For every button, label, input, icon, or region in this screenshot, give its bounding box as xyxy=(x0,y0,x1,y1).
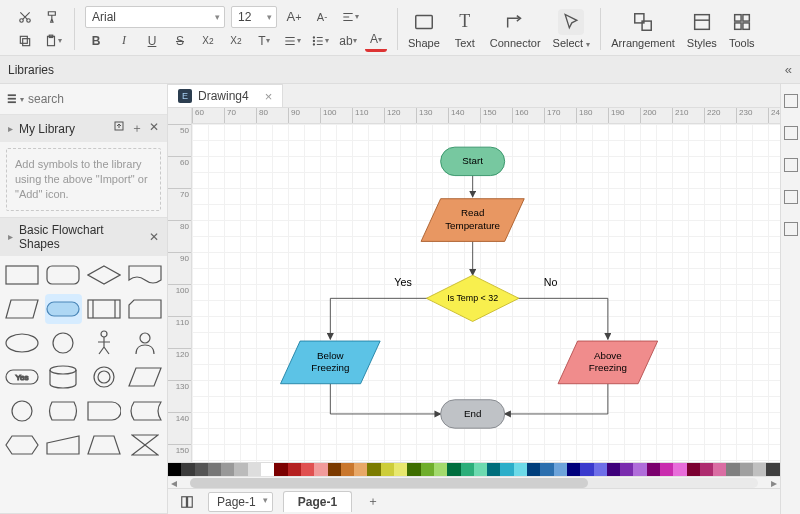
shape-diamond[interactable] xyxy=(86,260,123,290)
shapes-header[interactable]: ▸ Basic Flowchart Shapes ✕ xyxy=(0,218,167,256)
color-swatch[interactable] xyxy=(567,463,580,476)
node-decision[interactable]: Is Temp < 32 xyxy=(426,275,519,321)
color-swatch[interactable] xyxy=(195,463,208,476)
color-swatch[interactable] xyxy=(181,463,194,476)
close-shapes-icon[interactable]: ✕ xyxy=(149,230,159,244)
add-page-icon[interactable]: ＋ xyxy=(362,491,384,513)
font-size-select[interactable]: 12▾ xyxy=(231,6,277,28)
color-swatch[interactable] xyxy=(660,463,673,476)
bullets-icon[interactable]: ▾ xyxy=(309,30,331,52)
format-painter-icon[interactable] xyxy=(42,6,64,28)
shape-inputoutput[interactable] xyxy=(126,362,163,392)
library-menu-icon[interactable]: ▾ xyxy=(6,88,24,110)
increase-font-icon[interactable]: A+ xyxy=(283,6,305,28)
color-swatch[interactable] xyxy=(434,463,447,476)
select-tool[interactable]: Select ▾ xyxy=(547,4,597,53)
page-tab[interactable]: Page-1 xyxy=(283,491,352,512)
color-swatch[interactable] xyxy=(766,463,779,476)
color-swatch[interactable] xyxy=(687,463,700,476)
node-below[interactable]: Below Freezing xyxy=(281,341,381,384)
shape-circle[interactable] xyxy=(45,328,82,358)
color-swatch[interactable] xyxy=(288,463,301,476)
color-swatch[interactable] xyxy=(381,463,394,476)
arrangement-tool[interactable]: Arrangement xyxy=(605,4,681,53)
search-input[interactable] xyxy=(28,92,178,106)
strike-icon[interactable]: S xyxy=(169,30,191,52)
copy-icon[interactable] xyxy=(14,30,36,52)
align-icon[interactable]: ▾ xyxy=(339,6,361,28)
shape-collate[interactable] xyxy=(126,430,163,460)
shape-circle2[interactable] xyxy=(4,396,41,426)
color-swatch[interactable] xyxy=(700,463,713,476)
color-strip[interactable] xyxy=(168,462,780,476)
color-swatch[interactable] xyxy=(248,463,261,476)
color-swatch[interactable] xyxy=(527,463,540,476)
tab-drawing[interactable]: E Drawing4 × xyxy=(168,84,283,107)
line-spacing-icon[interactable]: ▾ xyxy=(281,30,303,52)
color-swatch[interactable] xyxy=(168,463,181,476)
node-start[interactable]: Start xyxy=(441,147,505,175)
connector-tool[interactable]: Connector xyxy=(484,4,547,53)
color-swatch[interactable] xyxy=(274,463,287,476)
page-selector[interactable]: Page-1 xyxy=(208,492,273,512)
shape-hexagon[interactable] xyxy=(4,430,41,460)
case-icon[interactable]: T▾ xyxy=(253,30,275,52)
shape-terminator[interactable] xyxy=(45,294,82,324)
color-swatch[interactable] xyxy=(208,463,221,476)
shape-roundrect[interactable] xyxy=(45,260,82,290)
color-swatch[interactable] xyxy=(447,463,460,476)
color-swatch[interactable] xyxy=(394,463,407,476)
shape-cylinder[interactable] xyxy=(45,362,82,392)
color-swatch[interactable] xyxy=(500,463,513,476)
right-rail-item[interactable] xyxy=(784,94,798,108)
color-swatch[interactable] xyxy=(580,463,593,476)
pages-icon[interactable] xyxy=(176,491,198,513)
color-swatch[interactable] xyxy=(647,463,660,476)
color-swatch[interactable] xyxy=(673,463,686,476)
collapse-libraries-icon[interactable]: « xyxy=(785,62,792,77)
shape-storeddata[interactable] xyxy=(126,396,163,426)
shape-user[interactable] xyxy=(126,328,163,358)
decrease-font-icon[interactable]: A- xyxy=(311,6,333,28)
color-swatch[interactable] xyxy=(301,463,314,476)
color-swatch[interactable] xyxy=(314,463,327,476)
node-above[interactable]: Above Freezing xyxy=(558,341,658,384)
shape-card[interactable] xyxy=(126,294,163,324)
italic-icon[interactable]: I xyxy=(113,30,135,52)
text-tool[interactable]: T Text xyxy=(446,4,484,53)
color-swatch[interactable] xyxy=(461,463,474,476)
canvas[interactable]: Start Read Temperature Is Temp < 32 xyxy=(192,124,780,462)
tools-tool[interactable]: Tools xyxy=(723,4,761,53)
shape-document[interactable] xyxy=(126,260,163,290)
shape-person[interactable] xyxy=(86,328,123,358)
my-library-header[interactable]: ▸ My Library ＋ ✕ xyxy=(0,115,167,142)
color-swatch[interactable] xyxy=(607,463,620,476)
styles-tool[interactable]: Styles xyxy=(681,4,723,53)
color-swatch[interactable] xyxy=(594,463,607,476)
color-swatch[interactable] xyxy=(328,463,341,476)
color-swatch[interactable] xyxy=(753,463,766,476)
color-swatch[interactable] xyxy=(407,463,420,476)
shape-subprocess[interactable] xyxy=(86,294,123,324)
subscript-icon[interactable]: X2 xyxy=(225,30,247,52)
cut-icon[interactable] xyxy=(14,6,36,28)
color-swatch[interactable] xyxy=(713,463,726,476)
color-swatch[interactable] xyxy=(474,463,487,476)
color-swatch[interactable] xyxy=(514,463,527,476)
node-end[interactable]: End xyxy=(441,400,505,428)
shape-rect[interactable] xyxy=(4,260,41,290)
shape-ellipse[interactable] xyxy=(4,328,41,358)
color-swatch[interactable] xyxy=(341,463,354,476)
paste-icon[interactable]: ▾ xyxy=(42,30,64,52)
color-swatch[interactable] xyxy=(261,463,274,476)
color-swatch[interactable] xyxy=(540,463,553,476)
color-swatch[interactable] xyxy=(487,463,500,476)
node-read[interactable]: Read Temperature xyxy=(421,199,524,242)
shape-delay[interactable] xyxy=(86,396,123,426)
close-tab-icon[interactable]: × xyxy=(265,89,273,104)
shape-tool[interactable]: Shape xyxy=(402,4,446,53)
import-icon[interactable] xyxy=(113,120,125,137)
color-swatch[interactable] xyxy=(633,463,646,476)
h-scrollbar[interactable]: ◂▸ xyxy=(168,476,780,488)
add-icon[interactable]: ＋ xyxy=(131,120,143,137)
